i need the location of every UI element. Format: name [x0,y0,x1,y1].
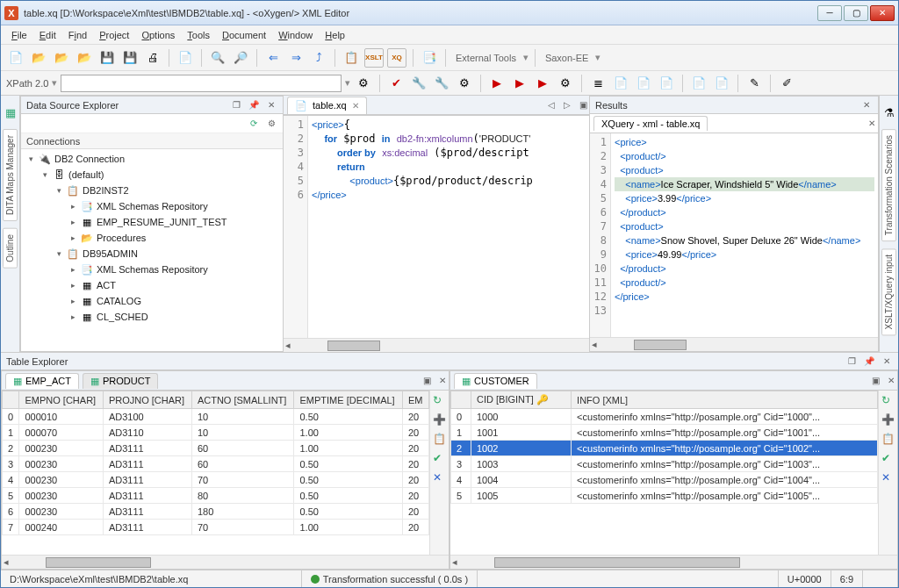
nav-last-icon[interactable]: ⤴ [309,48,328,68]
check-icon[interactable]: ✔ [386,74,406,93]
table-row[interactable]: 1000070AD3110101.0020 [3,425,429,441]
tree-node[interactable]: ▸📂Procedures [21,230,283,246]
emp-max-icon[interactable]: ▣ [421,375,433,387]
delete-icon[interactable]: ✕ [881,471,895,485]
customer-table[interactable]: CID [BIGINT] 🔑INFO [XML]01000<customerin… [450,391,878,555]
table-row[interactable]: 3000230AD3111600.5020 [3,456,429,472]
table-row[interactable]: 0000010AD3100100.5020 [3,409,429,425]
nav-back-icon[interactable]: ⇐ [263,48,283,68]
search-icon[interactable]: 🔍 [208,48,227,68]
max-editor-icon[interactable]: ▣ [577,99,589,111]
table-row[interactable]: 31003<customerinfo xmlns="http://posampl… [451,456,878,472]
menu-find[interactable]: Find [68,30,87,40]
xslt2-icon[interactable]: XSLT [364,48,384,68]
results-hscroll[interactable]: ◂ [590,337,878,351]
cust-close-icon[interactable]: ✕ [885,375,897,387]
grid-icon[interactable]: ▦ [1,103,20,122]
te-close-icon[interactable]: ✕ [881,355,893,368]
xslt-icon[interactable]: 📋 [342,48,361,68]
doc5-icon[interactable]: 📄 [712,74,731,93]
indent-icon[interactable]: ≣ [588,74,608,93]
refresh-icon[interactable]: ⟳ [248,118,260,130]
tree-node[interactable]: ▸▦EMP_RESUME_JUNIT_TEST [21,214,283,230]
menu-file[interactable]: File [11,30,27,40]
doc4-icon[interactable]: 📄 [689,74,708,93]
table-row[interactable]: 11001<customerinfo xmlns="http://posampl… [451,425,878,441]
tab-emp-act[interactable]: ▦EMP_ACT [5,373,79,389]
menu-help[interactable]: Help [325,30,345,40]
te-restore-icon[interactable]: ❐ [845,355,858,368]
dup-row-icon[interactable]: 📋 [881,433,895,447]
results-close-icon[interactable]: ✕ [860,99,873,111]
tree-node[interactable]: ▸▦ACT [21,277,283,293]
table-row[interactable]: 01000<customerinfo xmlns="http://posampl… [451,409,878,425]
emp-close-icon[interactable]: ✕ [436,375,449,387]
close-icon[interactable]: ✕ [265,99,277,111]
doc3-icon[interactable]: 📄 [657,74,676,93]
tree-node[interactable]: ▾📋DB2INST2 [21,183,283,198]
brush-icon[interactable]: ✐ [777,74,796,93]
validate-icon[interactable]: 📄 [176,48,195,68]
vtab-transform[interactable]: Transformation Scenarios [881,129,896,241]
open2-icon[interactable]: 📂 [52,48,71,68]
menu-window[interactable]: Window [278,30,313,40]
menu-tools[interactable]: Tools [187,30,210,40]
tab-close-icon[interactable]: ✕ [352,101,359,111]
doc1-icon[interactable]: 📄 [611,74,630,93]
print-icon[interactable]: 🖨 [143,48,162,68]
table-row[interactable]: 41004<customerinfo xmlns="http://posampl… [451,472,878,488]
restore-icon[interactable]: ❐ [230,99,242,111]
wrench-icon[interactable]: 🔧 [409,74,428,93]
code-editor[interactable]: 123456 <price>{ for $prod in db2-fn:xmlc… [284,115,589,338]
save-icon[interactable]: 💾 [97,48,117,68]
table-row[interactable]: 51005<customerinfo xmlns="http://posampl… [451,488,878,504]
insert-row-icon[interactable]: ➕ [433,413,447,427]
tree-node[interactable]: ▸▦CL_SCHED [21,309,283,325]
tree-node[interactable]: ▸▦CATALOG [21,293,283,309]
vtab-outline[interactable]: Outline [3,228,18,269]
table-row[interactable]: 7000240AD3111701.0020 [3,520,429,535]
edit-icon[interactable]: ✎ [744,74,764,93]
insert-row-icon[interactable]: ➕ [881,413,895,427]
xpath-input[interactable] [61,75,342,92]
editor-tab[interactable]: 📄 table.xq ✕ [287,97,367,114]
table-row[interactable]: 6000230AD31111800.5020 [3,504,429,520]
te-pin-icon[interactable]: 📌 [863,355,875,368]
menu-project[interactable]: Project [99,30,129,40]
minimize-button[interactable]: ─ [817,5,842,21]
open3-icon[interactable]: 📂 [75,48,94,68]
table-row[interactable]: 21002<customerinfo xmlns="http://posampl… [451,441,878,456]
run-icon[interactable]: ▶ [487,74,507,93]
scenarios-icon[interactable]: ⚗ [880,103,899,122]
gear3-icon[interactable]: ⚙ [556,74,575,93]
editor-hscroll[interactable]: ◂ [284,338,589,352]
next-tab-icon[interactable]: ▷ [561,99,573,111]
vtab-dita[interactable]: DITA Maps Manager [3,129,18,221]
external-tools-dropdown[interactable]: External Tools [452,53,520,63]
tree-node[interactable]: ▾🔌DB2 Connection [21,151,283,167]
tree-node[interactable]: ▸📑XML Schemas Repository [21,198,283,214]
maximize-button[interactable]: ▢ [844,5,868,21]
pin-icon[interactable]: 📌 [248,99,260,111]
engine-dropdown[interactable]: Saxon-EE [542,53,593,63]
commit-icon[interactable]: ✔ [433,452,447,466]
prev-tab-icon[interactable]: ◁ [545,99,557,111]
table-row[interactable]: 2000230AD3111601.0020 [3,441,429,456]
close-button[interactable]: ✕ [870,5,895,21]
gear-icon[interactable]: ⚙ [354,74,373,93]
refresh-icon[interactable]: ↻ [433,394,447,408]
menu-document[interactable]: Document [222,30,266,40]
cust-hscroll[interactable]: ◂ [450,555,897,569]
table-row[interactable]: 4000230AD3111700.5020 [3,472,429,488]
menu-options[interactable]: Options [141,30,175,40]
results-tab[interactable]: XQuery - xml - table.xq [593,116,708,131]
tree-node[interactable]: ▾📋DB95ADMIN [21,246,283,262]
xq-icon[interactable]: XQ [387,48,406,68]
settings-icon[interactable]: ⚙ [265,118,277,130]
connection-tree[interactable]: ▾🔌DB2 Connection▾🗄(default)▾📋DB2INST2▸📑X… [21,149,283,351]
new-icon[interactable]: 📄 [6,48,25,68]
dup-row-icon[interactable]: 📋 [433,433,447,447]
saveall-icon[interactable]: 💾 [120,48,140,68]
open-icon[interactable]: 📂 [29,48,48,68]
gear2-icon[interactable]: ⚙ [455,74,474,93]
